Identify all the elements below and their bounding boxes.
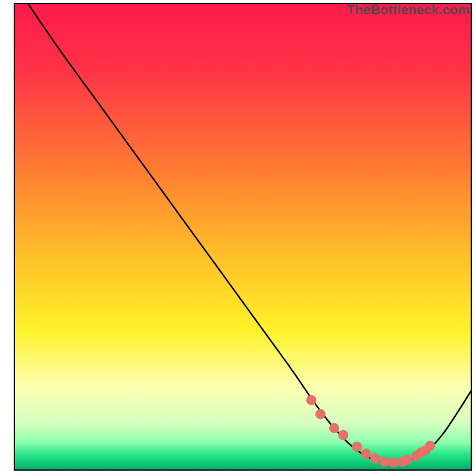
- marker-dot: [315, 409, 325, 419]
- marker-dot: [338, 430, 348, 440]
- marker-dot: [329, 423, 339, 433]
- marker-dot: [389, 458, 399, 468]
- marker-dot: [380, 456, 390, 466]
- plot-background: [14, 4, 471, 470]
- marker-dot: [352, 441, 362, 452]
- marker-dot: [306, 395, 317, 405]
- marker-dot: [402, 455, 412, 465]
- marker-dot: [425, 441, 435, 451]
- bottleneck-chart: TheBottleneck.com: [0, 0, 476, 476]
- watermark-text: TheBottleneck.com: [347, 2, 470, 18]
- marker-dot: [361, 449, 371, 459]
- marker-dot: [370, 453, 380, 464]
- chart-svg: [0, 0, 476, 476]
